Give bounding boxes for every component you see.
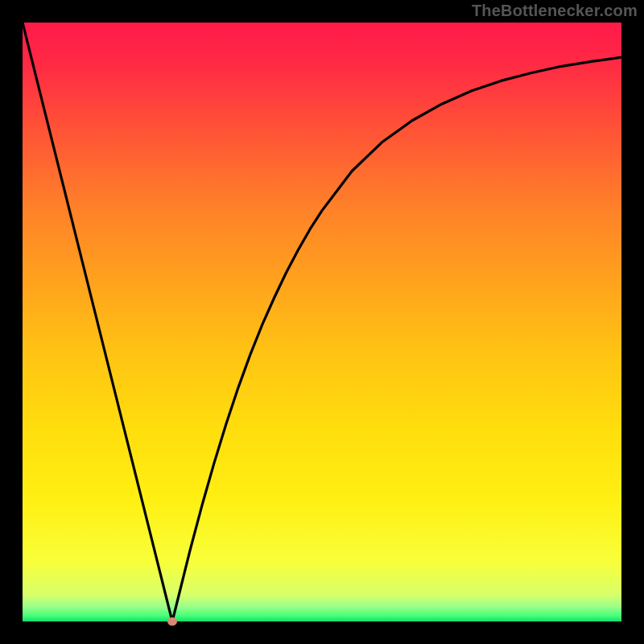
attribution-text: TheBottlenecker.com (472, 2, 638, 20)
optimal-point-marker (167, 617, 177, 625)
chart-container: TheBottlenecker.com (0, 0, 644, 644)
bottleneck-chart (0, 0, 644, 644)
chart-background-gradient (23, 23, 621, 621)
